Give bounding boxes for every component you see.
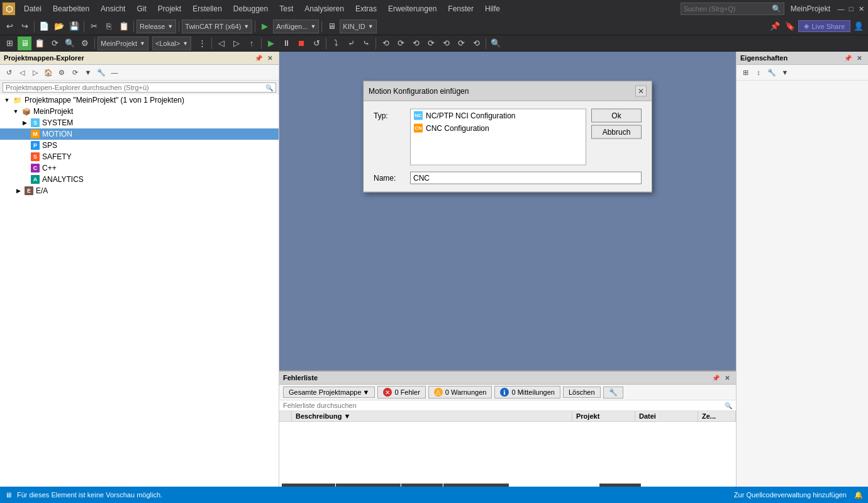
run-dropdown[interactable]: Anfügen... ▼	[273, 20, 319, 33]
mitteilungen-button[interactable]: ℹ 0 Mitteilungen	[494, 386, 560, 398]
menu-extras[interactable]: Extras	[350, 3, 382, 14]
maximize-button[interactable]: □	[847, 4, 855, 13]
tb2-btn4[interactable]: ⟳	[48, 37, 62, 50]
dialog-close-button[interactable]: ✕	[635, 85, 647, 96]
tb2-misc3[interactable]: ⟲	[409, 37, 423, 50]
tb2-step-in[interactable]: ⤶	[344, 37, 358, 50]
tb2-misc4[interactable]: ⟳	[424, 37, 438, 50]
fehler-search-input[interactable]	[283, 402, 725, 409]
tb2-misc2[interactable]: ⟳	[394, 37, 408, 50]
menu-analysieren[interactable]: Analysieren	[299, 3, 349, 14]
redo-button[interactable]: ↪	[18, 20, 31, 33]
dialog-list-item-cnc[interactable]: CN CNC Configuration	[411, 122, 586, 134]
forward-button[interactable]: ▷	[29, 66, 42, 79]
fehler-search-box[interactable]: 🔍	[279, 400, 736, 411]
tree-ea-item[interactable]: ▶ E E/A	[0, 185, 279, 196]
sync-button[interactable]: ↺	[3, 66, 15, 79]
fehler-pin-button[interactable]: 📌	[711, 373, 721, 383]
tb2-misc5[interactable]: ⟲	[439, 37, 453, 50]
menu-bearbeiten[interactable]: Bearbeiten	[48, 3, 94, 14]
col-beschreibung[interactable]: Beschreibung ▼	[292, 411, 572, 421]
menu-test[interactable]: Test	[274, 3, 298, 14]
tb2-step-out[interactable]: ⤷	[359, 37, 373, 50]
bookmark-button[interactable]: 🔖	[783, 20, 797, 33]
undo-button[interactable]: ↩	[3, 20, 16, 33]
search-box[interactable]: 🔍	[3, 82, 276, 93]
location-dropdown[interactable]: <Lokal> ▼	[152, 37, 191, 50]
open-button[interactable]: 📂	[52, 20, 66, 33]
platform-dropdown[interactable]: TwinCAT RT (x64) ▼	[182, 20, 252, 33]
props-grid-button[interactable]: ⊞	[739, 66, 752, 79]
tb2-dots[interactable]: ⋮	[195, 37, 209, 50]
copy-button[interactable]: ⎘	[102, 20, 116, 33]
tb2-nav2[interactable]: ▷	[230, 37, 243, 50]
loeschen-button[interactable]: Löschen	[563, 387, 601, 398]
errors-button[interactable]: ✕ 0 Fehler	[377, 386, 425, 398]
menu-projekt[interactable]: Projekt	[153, 3, 186, 14]
ok-button[interactable]: Ok	[591, 108, 642, 122]
props-wrench-button[interactable]: 🔧	[765, 66, 778, 79]
menu-search-input[interactable]	[684, 5, 772, 13]
tree-analytics-item[interactable]: A ANALYTICS	[0, 174, 279, 185]
menu-fenster[interactable]: Fenster	[443, 3, 479, 14]
tb2-btn2[interactable]: 🖥	[18, 37, 31, 50]
account-button[interactable]: 👤	[852, 20, 865, 33]
source-control-label[interactable]: Zur Quellcodeverwaltung hinzufügen	[734, 491, 847, 499]
back-button[interactable]: ◁	[16, 66, 28, 79]
tools-button[interactable]: 🔧	[603, 387, 623, 398]
run-button[interactable]: ▶	[258, 20, 272, 33]
paste-button[interactable]: 📋	[117, 20, 131, 33]
notification-icon[interactable]: 🔔	[854, 491, 863, 499]
tree-safety-item[interactable]: S SAFETY	[0, 151, 279, 162]
tb2-play[interactable]: ▶	[264, 37, 278, 50]
menu-hilfe[interactable]: Hilfe	[480, 3, 505, 14]
props-pin-button[interactable]: 📌	[843, 53, 853, 63]
release-dropdown[interactable]: Release ▼	[136, 20, 176, 33]
menu-search-box[interactable]: 🔍	[681, 3, 784, 15]
tb2-btn3[interactable]: 📋	[33, 37, 47, 50]
target-dropdown[interactable]: KIN_ID ▼	[340, 20, 376, 33]
menu-datei[interactable]: Datei	[19, 3, 47, 14]
new-file-button[interactable]: 📄	[37, 20, 51, 33]
cancel-button[interactable]: Abbruch	[591, 125, 642, 138]
props-sort-button[interactable]: ↕	[752, 66, 765, 79]
tb2-zoom[interactable]: 🔍	[489, 37, 503, 50]
close-button[interactable]: ✕	[857, 4, 865, 13]
filter-button[interactable]: ▼	[82, 66, 94, 79]
cut-button[interactable]: ✂	[87, 20, 101, 33]
props-dropdown-button[interactable]: ▼	[779, 66, 791, 79]
panel-close-button[interactable]: ✕	[265, 53, 275, 63]
menu-erweiterungen[interactable]: Erweiterungen	[383, 3, 442, 14]
tb2-btn5[interactable]: 🔍	[63, 37, 77, 50]
warnings-button[interactable]: ⚠ 0 Warnungen	[428, 386, 492, 398]
refresh-button[interactable]: ⟳	[69, 66, 81, 79]
menu-ansicht[interactable]: Ansicht	[96, 3, 130, 14]
dialog-name-input[interactable]	[410, 171, 642, 184]
dialog-list-item-nc[interactable]: NC NC/PTP NCI Configuration	[411, 109, 586, 122]
home-button[interactable]: 🏠	[42, 66, 55, 79]
pin-button[interactable]: 📌	[768, 20, 782, 33]
extra-button[interactable]: —	[108, 66, 121, 79]
tree-system-item[interactable]: ▶ S SYSTEM	[0, 117, 279, 128]
tb2-misc1[interactable]: ⟲	[379, 37, 392, 50]
tb2-misc6[interactable]: ⟳	[454, 37, 468, 50]
tree-project-node[interactable]: ▼ 📦 MeinProjekt	[0, 106, 279, 117]
project-dropdown[interactable]: MeinProjekt ▼	[97, 37, 148, 50]
tb2-pause[interactable]: ⏸	[279, 37, 293, 50]
minimize-button[interactable]: —	[837, 4, 845, 13]
tb2-nav1[interactable]: ◁	[214, 37, 228, 50]
tree-solution-node[interactable]: ▼ 📁 Projektmappe "MeinProjekt" (1 von 1 …	[0, 94, 279, 106]
panel-pin-button[interactable]: 📌	[253, 53, 264, 63]
settings-icon[interactable]: 🔧	[95, 66, 108, 79]
tb2-step-over[interactable]: ⤵	[329, 37, 343, 50]
menu-git[interactable]: Git	[131, 3, 151, 14]
solution-search-input[interactable]	[6, 84, 265, 91]
tree-sps-item[interactable]: P SPS	[0, 140, 279, 151]
tb2-btn6[interactable]: ⚙	[78, 37, 92, 50]
tb2-misc7[interactable]: ⟲	[469, 37, 483, 50]
menu-debuggen[interactable]: Debuggen	[228, 3, 273, 14]
tree-cpp-item[interactable]: C C++	[0, 162, 279, 174]
filter-button[interactable]: Gesamte Projektmappe ▼	[283, 387, 375, 398]
tree-motion-item[interactable]: M MOTION	[0, 128, 279, 140]
props-close-button[interactable]: ✕	[854, 53, 864, 63]
